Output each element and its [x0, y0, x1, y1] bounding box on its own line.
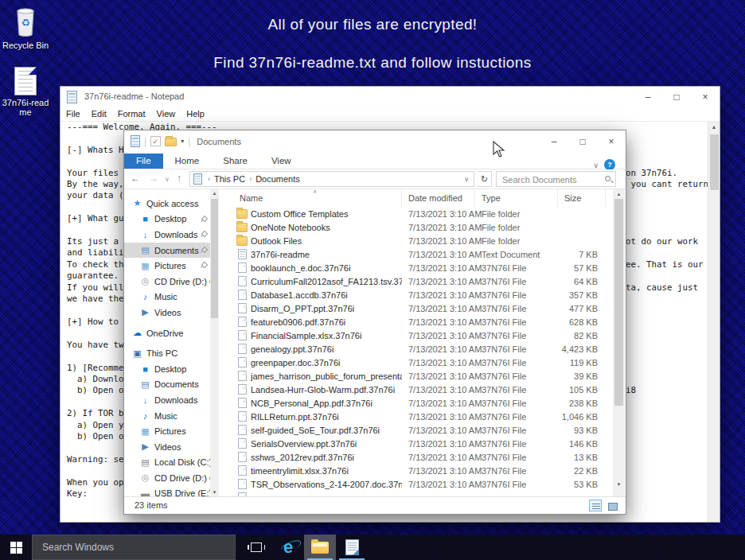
sidebar-item[interactable]: ↓ Downloads	[124, 392, 210, 408]
history-dropdown-icon[interactable]: ∨	[165, 176, 170, 183]
forward-button[interactable]: →	[149, 173, 158, 184]
sidebar-item[interactable]: ☁ OneDrive	[124, 325, 210, 341]
notepad-titlebar[interactable]: 37n76i-readme - Notepad – □ ×	[60, 87, 720, 107]
explorer-minimize-button[interactable]: –	[540, 130, 568, 154]
notepad-close-button[interactable]: ×	[691, 87, 720, 107]
file-row[interactable]: genealogy.ppt.37n76i 7/13/2021 3:10 AM 3…	[233, 342, 613, 356]
folder-properties-icon[interactable]	[131, 135, 140, 147]
scroll-down-icon[interactable]: ▼	[210, 488, 219, 495]
explorer-titlebar[interactable]: | ✓ ▾ | Documents – □ ×	[124, 130, 626, 154]
ribbon-tab[interactable]: File	[124, 154, 163, 169]
sidebar-item[interactable]: ▦ Pictures	[124, 423, 210, 439]
help-icon[interactable]: ?	[604, 159, 615, 170]
scroll-up-icon[interactable]: ▲	[210, 189, 219, 196]
explorer-maximize-button[interactable]: □	[568, 130, 597, 154]
column-header-size[interactable]: Size	[558, 189, 606, 207]
notepad-menu-item[interactable]: File	[60, 107, 86, 121]
sidebar-item[interactable]: ▦ Pictures	[124, 258, 210, 274]
file-row[interactable]: Disarm_O_PPT.ppt.37n76i 7/13/2021 3:10 A…	[233, 301, 613, 315]
sidebar-item[interactable]: ▤ Local Disk (C:)	[124, 455, 210, 471]
start-button[interactable]	[0, 535, 32, 560]
ribbon-tab[interactable]: View	[259, 154, 303, 169]
file-row[interactable]: RILLReturn.ppt.37n76i 7/13/2021 3:10 AM …	[233, 410, 613, 423]
file-row[interactable]: Custom Office Templates 7/13/2021 3:10 A…	[233, 207, 613, 220]
breadcrumb-documents[interactable]: Documents	[253, 174, 302, 184]
recycle-bin-icon[interactable]: ♻ Recycle Bin	[0, 5, 51, 50]
sidebar-item[interactable]: ♪ Music	[124, 290, 210, 305]
notepad-scroll-thumb[interactable]	[710, 134, 719, 190]
file-row[interactable]: CurriculumFall2012asof_FA1213.tsv.37n76i…	[233, 274, 613, 288]
task-view-button[interactable]	[240, 535, 272, 560]
address-input[interactable]: › This PC › Documents ∨	[189, 171, 474, 187]
file-list-scrollbar[interactable]: ▲ ▼	[613, 189, 625, 496]
file-row[interactable]: booklaunch_e.doc.37n76i 7/13/2021 3:10 A…	[233, 261, 613, 274]
sidebar-scroll-thumb[interactable]	[211, 199, 218, 318]
file-row[interactable]: NCB_Personal_App.pdf.37n76i 7/13/2021 3:…	[233, 396, 613, 410]
file-row[interactable]	[233, 491, 613, 496]
large-icons-view-button[interactable]	[605, 500, 618, 511]
sidebar-item-icon: ↓	[139, 395, 151, 405]
sidebar-item[interactable]: ▶ Videos	[124, 439, 210, 455]
ribbon-tab[interactable]: Share	[211, 154, 259, 169]
file-row[interactable]: greenpaper.doc.37n76i 7/13/2021 3:10 AM …	[233, 356, 613, 369]
qat-dropdown-icon[interactable]: ▾	[181, 138, 184, 145]
details-view-button[interactable]	[589, 500, 602, 511]
refresh-button[interactable]: ↻	[478, 171, 492, 187]
file-row[interactable]: Outlook Files 7/13/2021 3:10 AM File fol…	[233, 234, 613, 247]
file-row[interactable]: featureb0906.pdf.37n76i 7/13/2021 3:10 A…	[233, 315, 613, 329]
sidebar-item[interactable]: ★ Quick access	[124, 196, 210, 212]
file-list-scroll-thumb[interactable]	[614, 199, 623, 406]
column-header-name[interactable]: Name	[233, 189, 402, 207]
folder-icon[interactable]	[165, 138, 177, 146]
up-button[interactable]: ↑	[177, 173, 181, 184]
readme-file-icon[interactable]: 37n76i-readme	[0, 67, 51, 117]
column-header-date[interactable]: Date modified	[402, 189, 475, 207]
file-row[interactable]: OneNote Notebooks 7/13/2021 3:10 AM File…	[233, 220, 613, 234]
notepad-menu-item[interactable]: View	[151, 107, 181, 121]
sidebar-item[interactable]: ▣ This PC	[124, 345, 210, 361]
sidebar-item[interactable]: ▶ Videos	[124, 305, 210, 321]
notepad-maximize-button[interactable]: □	[662, 87, 691, 107]
file-row[interactable]: self-guided_SoE_Tour.pdf.37n76i 7/13/202…	[233, 423, 613, 437]
ribbon-collapse-icon[interactable]: ∨	[593, 161, 599, 169]
notepad-minimize-button[interactable]: –	[634, 87, 662, 107]
file-row[interactable]: timeentrylimit.xlsx.37n76i 7/13/2021 3:1…	[233, 464, 613, 477]
file-row[interactable]: FinancialSample.xlsx.37n76i 7/13/2021 3:…	[233, 329, 613, 342]
ribbon-tab[interactable]: Home	[163, 154, 212, 169]
file-row[interactable]: SerialsOverview.ppt.37n76i 7/13/2021 3:1…	[233, 437, 613, 450]
notepad-taskbar-button[interactable]	[336, 535, 368, 560]
sidebar-item[interactable]: ▬ USB Drive (E:)	[124, 486, 210, 496]
back-button[interactable]: ←	[131, 173, 140, 184]
file-row[interactable]: Landsea-Hurr-Glob-Warm.pdf.37n76i 7/13/2…	[233, 383, 613, 396]
search-input[interactable]: Search Documents	[496, 171, 616, 187]
notepad-scrollbar[interactable]: ▲	[708, 122, 720, 522]
sidebar-item[interactable]: ◎ CD Drive (D:) CD	[124, 274, 210, 290]
taskbar-search-input[interactable]: Search Windows	[32, 535, 236, 560]
sidebar-scrollbar[interactable]: ▲ ▼	[210, 189, 219, 496]
scroll-down-icon[interactable]: ▼	[613, 480, 625, 487]
internet-explorer-button[interactable]: e	[272, 535, 304, 560]
notepad-menu-item[interactable]: Edit	[86, 107, 112, 121]
notepad-menu-item[interactable]: Format	[112, 107, 151, 121]
sidebar-item[interactable]: ■ Desktop	[124, 361, 210, 377]
sidebar-item[interactable]: ■ Desktop	[124, 212, 210, 228]
scroll-up-icon[interactable]: ▲	[708, 122, 720, 130]
breadcrumb-this-pc[interactable]: This PC	[212, 174, 248, 184]
file-row[interactable]: james_harrison_public_forum_presentati..…	[233, 369, 613, 383]
sidebar-item[interactable]: ◎ CD Drive (D:) CD	[124, 470, 210, 486]
file-row[interactable]: TSR_Observations_2-14-2007.doc.37n76i 7/…	[233, 477, 613, 491]
checkmark-icon[interactable]: ✓	[150, 136, 161, 146]
file-row[interactable]: 37n76i-readme 7/13/2021 3:10 AM Text Doc…	[233, 247, 613, 261]
file-row[interactable]: sshws_2012rev.pdf.37n76i 7/13/2021 3:10 …	[233, 450, 613, 464]
column-header-type[interactable]: Type	[475, 189, 558, 207]
scroll-up-icon[interactable]: ▲	[613, 189, 625, 196]
sidebar-item[interactable]: ♪ Music	[124, 408, 210, 424]
explorer-close-button[interactable]: ×	[597, 130, 626, 154]
file-row[interactable]: Database1.accdb.37n76i 7/13/2021 3:10 AM…	[233, 288, 613, 301]
sidebar-item[interactable]: ↓ Downloads	[124, 227, 210, 243]
address-dropdown-icon[interactable]: ∨	[464, 176, 474, 183]
notepad-menu-item[interactable]: Help	[181, 107, 210, 121]
sidebar-item[interactable]: ▤ Documents	[124, 243, 210, 259]
sidebar-item[interactable]: ▤ Documents	[124, 377, 210, 393]
file-explorer-button[interactable]	[304, 535, 336, 560]
